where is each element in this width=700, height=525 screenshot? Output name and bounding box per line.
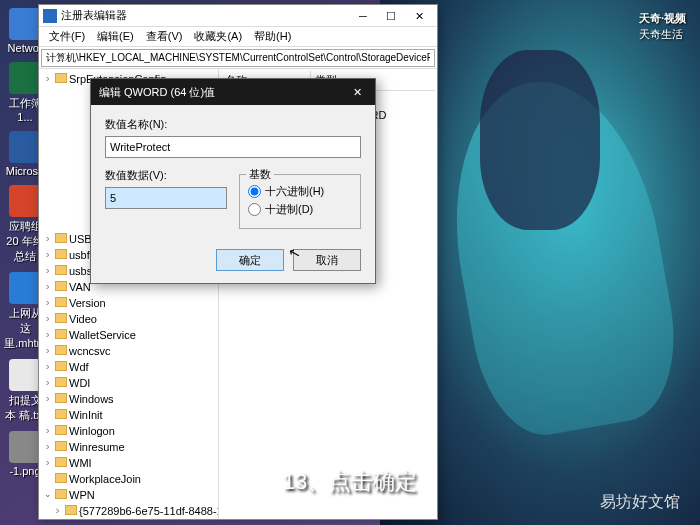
tree-node[interactable]: Winresume (51, 439, 216, 455)
tree-node[interactable]: Wdf (51, 359, 216, 375)
name-input[interactable] (105, 136, 361, 158)
tree-node[interactable]: WinInit (51, 407, 216, 423)
address-bar (39, 47, 437, 69)
hex-radio-label[interactable]: 十六进制(H) (248, 184, 352, 199)
close-button[interactable]: ✕ (405, 6, 433, 26)
tree-node[interactable]: Winlogon (51, 423, 216, 439)
title-bar[interactable]: 注册表编辑器 ─ ☐ ✕ (39, 5, 437, 27)
dialog-title: 编辑 QWORD (64 位)值 (99, 85, 215, 100)
base-group: 基数 十六进制(H) 十进制(D) (239, 174, 361, 229)
base-legend: 基数 (246, 167, 274, 182)
app-icon (9, 272, 41, 304)
data-label: 数值数据(V): (105, 168, 227, 183)
app-icon (9, 8, 41, 40)
name-label: 数值名称(N): (105, 117, 361, 132)
tree-node[interactable]: WorkplaceJoin (51, 471, 216, 487)
app-icon (9, 359, 41, 391)
menu-item[interactable]: 收藏夹(A) (188, 27, 248, 46)
dialog-title-bar[interactable]: 编辑 QWORD (64 位)值 ✕ (91, 79, 375, 105)
tree-node[interactable]: WMI (51, 455, 216, 471)
maximize-button[interactable]: ☐ (377, 6, 405, 26)
tree-node[interactable]: WDI (51, 375, 216, 391)
app-icon (9, 185, 41, 217)
regedit-icon (43, 9, 57, 23)
app-icon (9, 62, 41, 94)
menu-item[interactable]: 帮助(H) (248, 27, 297, 46)
menu-item[interactable]: 文件(F) (43, 27, 91, 46)
watermark-bottom: 易坊好文馆 (600, 492, 680, 513)
video-caption: 13、点击确定 (283, 467, 417, 497)
tree-node[interactable]: wcncsvc (51, 343, 216, 359)
data-input[interactable] (105, 187, 227, 209)
app-icon (9, 131, 41, 163)
tree-node[interactable]: WPN (51, 487, 216, 503)
tree-node[interactable]: Video (51, 311, 216, 327)
tree-node[interactable]: Version (51, 295, 216, 311)
edit-qword-dialog: 编辑 QWORD (64 位)值 ✕ 数值名称(N): 数值数据(V): 基数 … (90, 78, 376, 284)
tree-node[interactable]: {577289b6-6e75-11df-8488-18a905160fe0} (61, 503, 216, 519)
menu-bar: 文件(F)编辑(E)查看(V)收藏夹(A)帮助(H) (39, 27, 437, 47)
dialog-close-button[interactable]: ✕ (347, 86, 367, 99)
menu-item[interactable]: 查看(V) (140, 27, 189, 46)
dec-radio[interactable] (248, 203, 261, 216)
menu-item[interactable]: 编辑(E) (91, 27, 140, 46)
ok-button[interactable]: 确定 (216, 249, 284, 271)
tree-node[interactable]: WalletService (51, 327, 216, 343)
address-input[interactable] (41, 49, 435, 67)
app-icon (9, 431, 41, 463)
tree-node[interactable]: Windows (51, 391, 216, 407)
hex-radio[interactable] (248, 185, 261, 198)
dec-radio-label[interactable]: 十进制(D) (248, 202, 352, 217)
minimize-button[interactable]: ─ (349, 6, 377, 26)
cancel-button[interactable]: 取消 (293, 249, 361, 271)
watermark-top: 天奇·视频天奇生活 (639, 6, 686, 42)
window-title: 注册表编辑器 (61, 8, 349, 23)
